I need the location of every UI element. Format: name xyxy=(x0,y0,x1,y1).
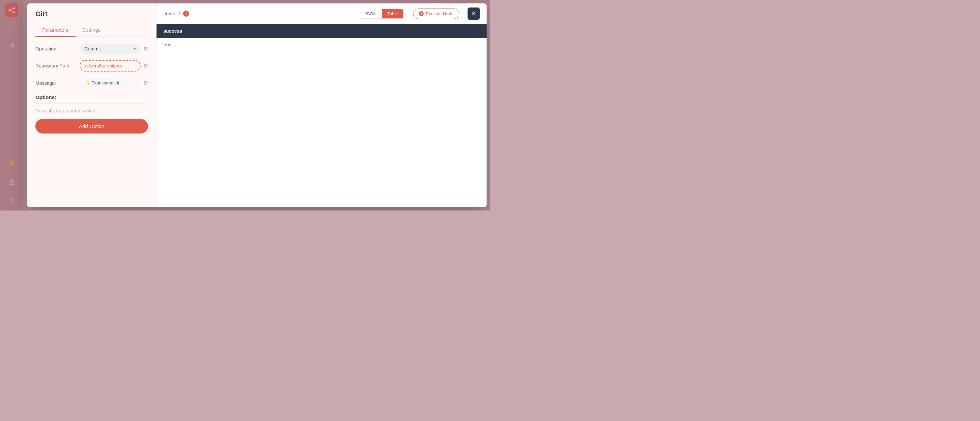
table-header-cell: success xyxy=(163,28,182,34)
repo-path-field-row: Repository Path: /Users/harshil/proj ...… xyxy=(35,60,148,72)
operation-gear-icon[interactable]: ⚙ xyxy=(143,46,148,52)
no-properties-text: Currently no properties exist xyxy=(35,108,148,113)
message-value: First commit fr... xyxy=(92,80,123,86)
operation-label: Operation: xyxy=(35,46,80,51)
repo-path-gear-icon[interactable]: ⚙ xyxy=(143,63,148,69)
table-header-row: success xyxy=(156,24,487,38)
modal: Git1 Parameters Settings Operation: Comm… xyxy=(27,3,487,207)
info-badge-icon: i xyxy=(183,11,189,17)
options-section: Options: Currently no properties exist A… xyxy=(35,94,148,134)
message-prefix-icon: ✨ xyxy=(85,80,90,86)
add-option-button[interactable]: Add Option xyxy=(35,119,148,134)
items-label: Items: 1 i xyxy=(163,11,189,17)
options-title: Options: xyxy=(35,94,148,100)
operation-chevron-icon: ▾ xyxy=(134,46,136,51)
message-field-row: Message: ✨ First commit fr... ⚙ xyxy=(35,78,148,88)
repo-path-select[interactable]: /Users/harshil/proj ... xyxy=(80,60,140,72)
repo-path-label: Repository Path: xyxy=(35,63,80,69)
close-button[interactable]: ✕ xyxy=(468,8,480,20)
modal-header: Git1 Parameters Settings xyxy=(27,3,156,37)
play-icon xyxy=(419,11,424,16)
view-toggle: JSON Table xyxy=(359,9,404,19)
table-view-button[interactable]: Table xyxy=(382,9,403,18)
message-label: Message: xyxy=(35,80,80,86)
message-expr[interactable]: ✨ First commit fr... xyxy=(80,78,140,88)
tabs: Parameters Settings xyxy=(35,24,148,37)
operation-field-row: Operation: Commit ▾ ⚙ xyxy=(35,44,148,54)
right-panel: Items: 1 i JSON Table Execute Node ✕ suc… xyxy=(156,3,487,207)
options-divider xyxy=(35,104,148,104)
modal-title: Git1 xyxy=(35,10,148,18)
repo-path-input-wrap: /Users/harshil/proj ... ⚙ xyxy=(80,60,148,72)
operation-select[interactable]: Commit ▾ xyxy=(80,44,140,54)
message-input-wrap: ✨ First commit fr... ⚙ xyxy=(80,78,148,88)
table-body: true xyxy=(156,38,487,51)
parameters-content: Operation: Commit ▾ ⚙ Repository Path: /… xyxy=(27,37,156,207)
tab-parameters[interactable]: Parameters xyxy=(35,24,76,37)
right-header: Items: 1 i JSON Table Execute Node ✕ xyxy=(156,3,487,24)
tab-settings[interactable]: Settings xyxy=(76,24,108,37)
operation-value: Commit xyxy=(84,46,101,51)
operation-input-wrap: Commit ▾ ⚙ xyxy=(80,44,148,54)
left-panel: Git1 Parameters Settings Operation: Comm… xyxy=(27,3,156,207)
message-gear-icon[interactable]: ⚙ xyxy=(143,80,148,86)
json-view-button[interactable]: JSON xyxy=(360,9,382,18)
execute-node-button[interactable]: Execute Node xyxy=(413,8,460,19)
repo-path-value: /Users/harshil/proj ... xyxy=(85,63,129,69)
items-count: 1 xyxy=(178,11,181,16)
items-text: Items: xyxy=(163,11,176,16)
table-cell-value: true xyxy=(163,42,480,47)
execute-label: Execute Node xyxy=(426,11,453,16)
